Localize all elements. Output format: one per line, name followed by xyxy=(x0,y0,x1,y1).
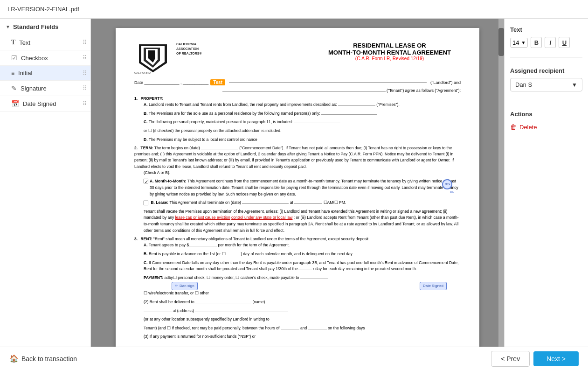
signature-icon: ✎ xyxy=(11,84,17,92)
text-section: Text 14 ▼ B I U xyxy=(510,26,582,48)
assigned-recipient-title: Assigned recipient xyxy=(510,67,582,74)
prev-button[interactable]: < Prev xyxy=(491,351,530,367)
home-icon: 🏠 xyxy=(9,354,19,363)
initial-icon: ≡ xyxy=(11,70,14,77)
doc-header: CALIFORNIA CALIFORNIA ASSOCIATION OF REA… xyxy=(134,42,461,75)
doc-form-number: (C.A.R. Form LR, Revised 12/19) xyxy=(318,56,461,61)
next-button[interactable]: Next > xyxy=(533,351,579,366)
svg-text:CALIFORNIA: CALIFORNIA xyxy=(134,71,151,74)
dan-sign-badge[interactable]: ✏ Dan sign xyxy=(172,282,198,291)
right-panel: Text 14 ▼ B I U Assigned recipient xyxy=(504,19,588,347)
recipient-name: Dan S xyxy=(515,81,532,88)
test-badge: Test xyxy=(210,79,225,85)
divider-2 xyxy=(510,101,582,101)
bottom-bar: 🏠 Back to transaction < Prev Next > xyxy=(0,347,588,370)
section1-title: PROPERTY: xyxy=(140,96,163,101)
sidebar-initial-label: Initial xyxy=(18,70,85,77)
org-name: CALIFORNIA ASSOCIATION OF REALTORS® xyxy=(176,42,318,56)
sidebar-signature-label: Signature xyxy=(21,85,85,92)
sidebar-item-date-signed[interactable]: 📅 Date Signed ⠿ xyxy=(0,96,90,112)
back-to-transaction-link[interactable]: 🏠 Back to transaction xyxy=(9,354,77,363)
recipient-dropdown[interactable]: Dan S ▼ xyxy=(510,78,582,91)
document-container: CALIFORNIA CALIFORNIA ASSOCIATION OF REA… xyxy=(116,28,479,347)
chevron-down-icon: ▼ xyxy=(6,24,10,29)
doc-title-area: RESIDENTIAL LEASE OR MONTH-TO-MONTH RENT… xyxy=(318,42,461,61)
underline-button[interactable]: U xyxy=(559,37,570,48)
standard-fields-header[interactable]: ▼ Standard Fields xyxy=(0,19,90,35)
section-3: 3. RENT: "Rent" shall mean all monetary … xyxy=(134,236,461,340)
left-sidebar: ▼ Standard Fields T Text ⠿ ☑ Checkbox ⠿ … xyxy=(0,19,91,347)
delete-label: Delete xyxy=(519,124,537,131)
divider-1 xyxy=(510,57,582,58)
back-label: Back to transaction xyxy=(21,355,77,363)
drag-handle-date-signed[interactable]: ⠿ xyxy=(83,100,87,107)
bold-button[interactable]: B xyxy=(531,37,542,48)
actions-title: Actions xyxy=(510,111,582,118)
pen-sign-icon: ✏ xyxy=(175,283,178,289)
sidebar-text-label: Text xyxy=(19,39,85,46)
drag-handle-initial[interactable]: ⠿ xyxy=(83,70,87,77)
italic-button[interactable]: I xyxy=(545,37,556,48)
filename-label: LR-VERSION-2-FINAL.pdf xyxy=(7,6,79,13)
doc-title2: MONTH-TO-MONTH RENTAL AGREEMENT xyxy=(318,49,461,56)
text-icon: T xyxy=(11,39,15,46)
actions-section: Actions 🗑 Delete xyxy=(510,111,582,133)
doc-date-line: Date _______________ , ___________ Test … xyxy=(134,79,461,85)
top-bar: LR-VERSION-2-FINAL.pdf xyxy=(0,0,588,19)
sidebar-item-checkbox[interactable]: ☑ Checkbox ⠿ xyxy=(0,50,90,66)
date-signed-badge[interactable]: Date Signed xyxy=(420,282,447,291)
text-section-title: Text xyxy=(510,26,582,33)
main-layout: ▼ Standard Fields T Text ⠿ ☑ Checkbox ⠿ … xyxy=(0,19,588,347)
doc-body: 1. PROPERTY: A. Landlord rents to Tenant… xyxy=(134,96,461,340)
font-size-select[interactable]: 14 ▼ xyxy=(510,38,528,48)
sidebar-item-signature[interactable]: ✎ Signature ⠿ xyxy=(0,81,90,96)
chevron-down-font-icon: ▼ xyxy=(521,40,526,45)
calendar-icon: 📅 xyxy=(11,100,19,107)
doc-title1: RESIDENTIAL LEASE OR xyxy=(318,42,461,49)
sidebar-date-signed-label: Date Signed xyxy=(23,100,85,107)
section-2: 2. TERM: The term begins on (date) ("Com… xyxy=(134,145,461,234)
tenant-line: ("Tenant") agree as follows ("Agreement"… xyxy=(134,88,461,93)
sidebar-item-text[interactable]: T Text ⠿ xyxy=(0,35,90,50)
drag-handle-signature[interactable]: ⠿ xyxy=(83,85,87,91)
chevron-down-recipient-icon: ▼ xyxy=(572,82,577,88)
sidebar-item-initial[interactable]: ≡ Initial ⠿ xyxy=(0,66,90,81)
assigned-recipient-section: Assigned recipient Dan S ▼ xyxy=(510,67,582,91)
nav-buttons: < Prev Next > xyxy=(491,351,579,367)
center-area: CALIFORNIA CALIFORNIA ASSOCIATION OF REA… xyxy=(91,19,504,347)
font-size-value: 14 xyxy=(512,39,519,46)
drag-handle-checkbox[interactable]: ⠿ xyxy=(83,55,87,61)
car-logo: CALIFORNIA xyxy=(134,42,172,75)
checkbox-icon: ☑ xyxy=(11,54,17,62)
section-1: 1. PROPERTY: A. Landlord rents to Tenant… xyxy=(134,96,461,143)
pen-icon: ✏ xyxy=(450,188,454,197)
drag-handle-text[interactable]: ⠿ xyxy=(83,39,87,46)
section2-title: TERM: xyxy=(140,146,154,150)
sidebar-checkbox-label: Checkbox xyxy=(21,55,85,62)
text-toolbar: 14 ▼ B I U xyxy=(510,37,582,48)
trash-icon: 🗑 xyxy=(510,123,517,131)
standard-fields-label: Standard Fields xyxy=(13,23,59,30)
delete-button[interactable]: 🗑 Delete xyxy=(510,121,582,133)
